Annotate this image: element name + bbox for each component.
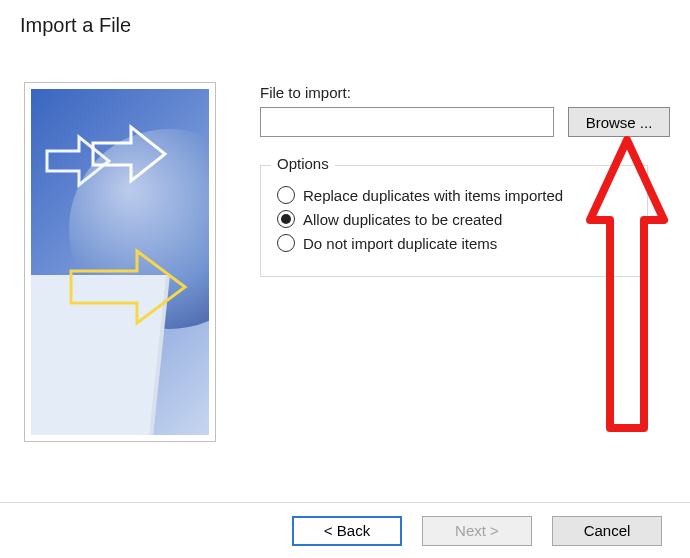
radio-icon [277,186,295,204]
radio-icon [277,234,295,252]
option-label: Do not import duplicate items [303,235,497,252]
options-legend: Options [271,155,335,172]
options-group: Options Replace duplicates with items im… [260,165,648,277]
file-row: Browse ... [260,107,670,137]
back-button[interactable]: < Back [292,516,402,546]
content-area: File to import: Browse ... Options Repla… [260,84,670,277]
wizard-illustration [24,82,216,442]
file-path-input[interactable] [260,107,554,137]
browse-button[interactable]: Browse ... [568,107,670,137]
next-button: Next > [422,516,532,546]
cancel-button[interactable]: Cancel [552,516,662,546]
file-to-import-label: File to import: [260,84,670,101]
option-label: Allow duplicates to be created [303,211,502,228]
option-allow-duplicates[interactable]: Allow duplicates to be created [277,210,631,228]
arrow-icon [87,117,171,191]
import-file-dialog: Import a File File to import: [0,0,690,558]
wizard-footer: < Back Next > Cancel [0,502,690,558]
option-label: Replace duplicates with items imported [303,187,563,204]
arrow-icon [63,239,193,335]
radio-icon [277,210,295,228]
dialog-title: Import a File [20,14,131,37]
option-replace-duplicates[interactable]: Replace duplicates with items imported [277,186,631,204]
option-do-not-import-duplicates[interactable]: Do not import duplicate items [277,234,631,252]
